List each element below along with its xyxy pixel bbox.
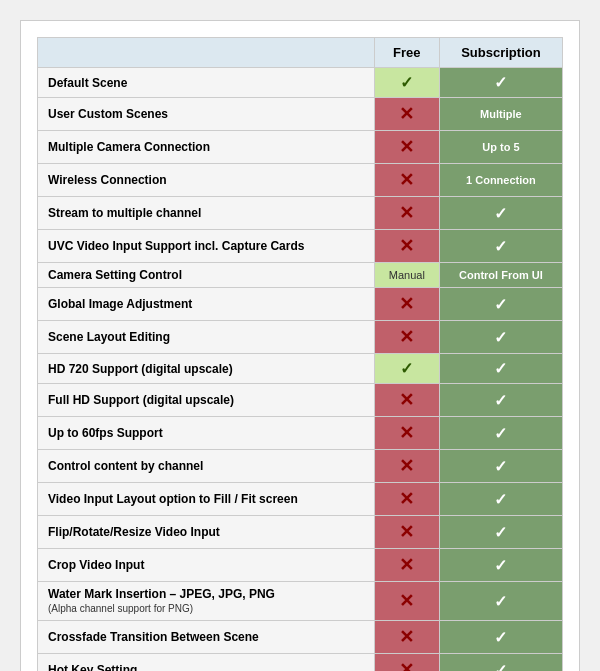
table-row: Hot Key Setting✕✓: [38, 654, 563, 672]
subscription-header: Subscription: [439, 38, 562, 68]
free-value-cell: ✓: [374, 68, 439, 98]
feature-cell: Multiple Camera Connection: [38, 131, 375, 164]
table-row: HD 720 Support (digital upscale)✓✓: [38, 354, 563, 384]
sub-value-cell: ✓: [439, 654, 562, 672]
table-row: Camera Setting ControlManualControl From…: [38, 263, 563, 288]
free-value-cell: ✕: [374, 582, 439, 621]
sub-value-cell: ✓: [439, 450, 562, 483]
feature-header: [38, 38, 375, 68]
feature-cell: UVC Video Input Support incl. Capture Ca…: [38, 230, 375, 263]
feature-cell: Wireless Connection: [38, 164, 375, 197]
feature-cell: HD 720 Support (digital upscale): [38, 354, 375, 384]
feature-cell: User Custom Scenes: [38, 98, 375, 131]
feature-cell: Crossfade Transition Between Scene: [38, 621, 375, 654]
sub-value-cell: ✓: [439, 483, 562, 516]
free-value-cell: ✕: [374, 654, 439, 672]
table-row: Flip/Rotate/Resize Video Input✕✓: [38, 516, 563, 549]
free-value-cell: ✕: [374, 131, 439, 164]
free-value-cell: ✕: [374, 321, 439, 354]
free-value-cell: ✕: [374, 197, 439, 230]
sub-value-cell: ✓: [439, 549, 562, 582]
sub-value-cell: ✓: [439, 582, 562, 621]
free-value-cell: ✕: [374, 549, 439, 582]
table-row: Default Scene✓✓: [38, 68, 563, 98]
table-row: Up to 60fps Support✕✓: [38, 417, 563, 450]
table-row: User Custom Scenes✕Multiple: [38, 98, 563, 131]
sub-value-cell: Up to 5: [439, 131, 562, 164]
feature-cell: Default Scene: [38, 68, 375, 98]
free-header: Free: [374, 38, 439, 68]
comparison-table: Free Subscription Default Scene✓✓User Cu…: [37, 37, 563, 671]
feature-cell: Control content by channel: [38, 450, 375, 483]
sub-value-cell: ✓: [439, 384, 562, 417]
table-body: Default Scene✓✓User Custom Scenes✕Multip…: [38, 68, 563, 672]
sub-value-cell: ✓: [439, 230, 562, 263]
table-row: Video Input Layout option to Fill / Fit …: [38, 483, 563, 516]
feature-cell: Hot Key Setting: [38, 654, 375, 672]
feature-cell: Stream to multiple channel: [38, 197, 375, 230]
feature-cell: Camera Setting Control: [38, 263, 375, 288]
free-value-cell: ✕: [374, 621, 439, 654]
table-row: Stream to multiple channel✕✓: [38, 197, 563, 230]
sub-value-cell: ✓: [439, 68, 562, 98]
feature-cell: Global Image Adjustment: [38, 288, 375, 321]
comparison-table-wrapper: Free Subscription Default Scene✓✓User Cu…: [20, 20, 580, 671]
free-value-cell: ✕: [374, 384, 439, 417]
sub-value-cell: ✓: [439, 321, 562, 354]
sub-value-cell: ✓: [439, 417, 562, 450]
sub-value-cell: ✓: [439, 516, 562, 549]
feature-cell: Full HD Support (digital upscale): [38, 384, 375, 417]
sub-value-cell: ✓: [439, 354, 562, 384]
table-row: Wireless Connection✕1 Connection: [38, 164, 563, 197]
free-value-cell: ✕: [374, 483, 439, 516]
table-row: Crop Video Input✕✓: [38, 549, 563, 582]
table-row: Control content by channel✕✓: [38, 450, 563, 483]
sub-value-cell: 1 Connection: [439, 164, 562, 197]
feature-cell: Water Mark Insertion – JPEG, JPG, PNG(Al…: [38, 582, 375, 621]
table-row: Global Image Adjustment✕✓: [38, 288, 563, 321]
table-row: Multiple Camera Connection✕Up to 5: [38, 131, 563, 164]
feature-cell: Flip/Rotate/Resize Video Input: [38, 516, 375, 549]
free-value-cell: ✕: [374, 450, 439, 483]
table-row: Scene Layout Editing✕✓: [38, 321, 563, 354]
table-row: Crossfade Transition Between Scene✕✓: [38, 621, 563, 654]
free-value-cell: Manual: [374, 263, 439, 288]
sub-value-cell: ✓: [439, 197, 562, 230]
table-row: Full HD Support (digital upscale)✕✓: [38, 384, 563, 417]
table-row: UVC Video Input Support incl. Capture Ca…: [38, 230, 563, 263]
table-row: Water Mark Insertion – JPEG, JPG, PNG(Al…: [38, 582, 563, 621]
free-value-cell: ✓: [374, 354, 439, 384]
free-value-cell: ✕: [374, 516, 439, 549]
sub-value-cell: Control From UI: [439, 263, 562, 288]
free-value-cell: ✕: [374, 417, 439, 450]
sub-value-cell: ✓: [439, 288, 562, 321]
free-value-cell: ✕: [374, 288, 439, 321]
free-value-cell: ✕: [374, 164, 439, 197]
free-value-cell: ✕: [374, 230, 439, 263]
sub-value-cell: ✓: [439, 621, 562, 654]
feature-cell: Up to 60fps Support: [38, 417, 375, 450]
feature-cell: Video Input Layout option to Fill / Fit …: [38, 483, 375, 516]
table-header: Free Subscription: [38, 38, 563, 68]
free-value-cell: ✕: [374, 98, 439, 131]
feature-cell: Scene Layout Editing: [38, 321, 375, 354]
sub-value-cell: Multiple: [439, 98, 562, 131]
feature-cell: Crop Video Input: [38, 549, 375, 582]
